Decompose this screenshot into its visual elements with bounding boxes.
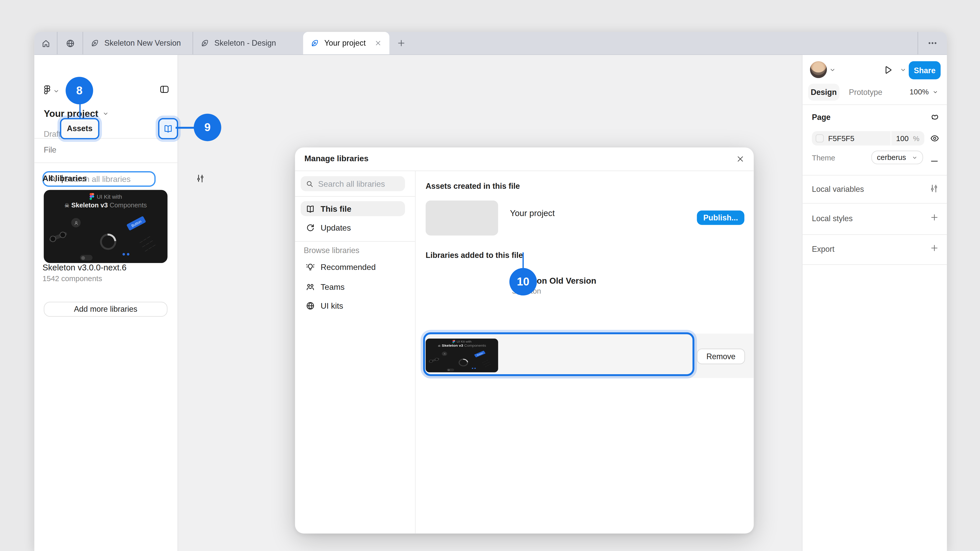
new-tab-button[interactable] xyxy=(390,32,413,54)
divider xyxy=(295,241,415,241)
tab-file[interactable]: File xyxy=(44,146,56,154)
add-more-libraries-button[interactable]: Add more libraries xyxy=(44,302,167,317)
card-toggle-shape xyxy=(80,255,92,260)
right-sidebar: Share Design Prototype 100% Page xyxy=(802,55,947,551)
plus-icon xyxy=(930,244,939,252)
card-text-lines: — — —— — —— — — xyxy=(138,232,161,254)
modal-close-button[interactable] xyxy=(735,154,746,164)
share-button[interactable]: Share xyxy=(909,61,941,79)
page-styles-button[interactable] xyxy=(930,112,939,121)
theme-value: cerberus xyxy=(877,153,906,162)
divider xyxy=(35,162,178,163)
app-window: Skeleton New Version Skeleton - Design Y… xyxy=(35,32,947,551)
panel-toggle-icon xyxy=(159,84,169,94)
percent-sign: % xyxy=(913,135,919,142)
visibility-button[interactable] xyxy=(930,134,939,143)
libraries-section-title: Libraries added to this file xyxy=(426,251,523,260)
toggle-sidebar-button[interactable] xyxy=(159,84,169,94)
sliders-icon xyxy=(929,184,939,193)
library-card-thumbnail[interactable]: UI Kit with ☠Skeleton v3 Components Butt… xyxy=(44,190,167,263)
theme-select[interactable]: cerberus xyxy=(871,151,923,164)
file-title: Your project xyxy=(44,108,98,119)
figma-logo-icon xyxy=(43,85,52,94)
close-tab-icon[interactable] xyxy=(374,39,382,47)
divider xyxy=(802,175,947,176)
figma-color-logo-icon xyxy=(89,193,94,200)
library-name[interactable]: Skeleton v3.0.0-next.6 xyxy=(43,263,127,272)
avatar[interactable] xyxy=(810,61,827,78)
window-more-button[interactable] xyxy=(918,32,947,54)
add-style-button[interactable] xyxy=(930,213,939,222)
eye-icon xyxy=(930,134,939,143)
page-color-row[interactable]: F5F5F5 100 % xyxy=(812,131,924,145)
canvas-area: Your project Drafts File Assets xyxy=(35,55,947,551)
tab-prototype[interactable]: Prototype xyxy=(845,84,886,100)
nav-updates[interactable]: Updates xyxy=(301,220,405,235)
nav-ui-kits-label: UI kits xyxy=(321,301,343,310)
teams-icon xyxy=(306,282,315,292)
remove-button[interactable]: Remove xyxy=(697,349,745,364)
tab-skeleton-new-version[interactable]: Skeleton New Version xyxy=(83,32,192,54)
tab-design[interactable]: Design xyxy=(808,84,839,100)
present-button[interactable] xyxy=(883,65,893,75)
figma-color-logo-icon xyxy=(452,340,455,343)
share-label: Share xyxy=(914,66,935,75)
tab-design-label: Design xyxy=(811,88,837,97)
remove-label: Remove xyxy=(706,352,735,361)
tab-skeleton-design[interactable]: Skeleton - Design xyxy=(193,32,303,54)
zoom-menu[interactable]: 100% xyxy=(910,87,938,96)
libraries-button[interactable] xyxy=(158,118,178,139)
nav-teams-label: Teams xyxy=(321,282,345,292)
nav-teams[interactable]: Teams xyxy=(301,279,405,294)
filter-button[interactable] xyxy=(196,174,205,183)
file-nib-icon xyxy=(91,39,99,48)
chevron-down-icon xyxy=(103,110,109,116)
sliders-icon xyxy=(196,174,205,183)
tab-your-project[interactable]: Your project xyxy=(303,32,390,54)
nav-this-file[interactable]: This file xyxy=(301,201,405,216)
publish-button[interactable]: Publish... xyxy=(697,210,745,225)
divider xyxy=(802,203,947,203)
globe-icon xyxy=(65,38,75,48)
chevron-down-icon xyxy=(932,89,938,95)
figma-menu-button[interactable] xyxy=(43,85,52,94)
card-button-shape: Button xyxy=(126,216,146,230)
file-title-row[interactable]: Your project xyxy=(44,108,109,119)
modal-left-panel: Search all libraries This file Updates B… xyxy=(295,171,416,534)
figma-app: Skeleton New Version Skeleton - Design Y… xyxy=(0,0,980,551)
nav-ui-kits[interactable]: UI kits xyxy=(301,298,405,313)
theme-label: Theme xyxy=(812,154,835,162)
color-swatch[interactable] xyxy=(816,135,824,143)
minus-icon xyxy=(930,157,939,165)
ellipsis-icon xyxy=(928,38,937,48)
modal-search[interactable]: Search all libraries xyxy=(301,176,405,191)
open-variables-button[interactable] xyxy=(929,184,939,193)
home-button[interactable] xyxy=(35,32,57,54)
skull-icon: ☠ xyxy=(64,202,69,208)
community-button[interactable] xyxy=(57,32,83,54)
color-opacity[interactable]: 100 xyxy=(896,134,908,143)
project-thumbnail-placeholder xyxy=(426,200,498,235)
book-icon xyxy=(306,204,315,213)
chevron-down-icon[interactable] xyxy=(829,67,835,73)
file-nib-icon xyxy=(310,39,319,48)
tab-label: Skeleton - Design xyxy=(215,39,276,48)
add-export-button[interactable] xyxy=(930,244,939,252)
library-component-count: 1542 components xyxy=(43,274,102,283)
card-slider-shape xyxy=(49,232,68,242)
nav-recommended[interactable]: Recommended xyxy=(301,259,405,274)
remove-theme-button[interactable] xyxy=(930,157,939,165)
nav-this-file-label: This file xyxy=(321,204,351,213)
globe-icon xyxy=(306,301,315,310)
local-variables-label: Local variables xyxy=(812,185,864,194)
manage-libraries-modal: Manage libraries Search all libraries Th… xyxy=(295,148,754,534)
browse-libraries-label: Browse libraries xyxy=(304,246,360,255)
chevron-down-icon[interactable] xyxy=(900,67,906,73)
tab-assets[interactable]: Assets xyxy=(60,118,99,139)
zoom-level: 100% xyxy=(910,87,929,96)
library-card-art: UI Kit with ☠Skeleton v3 Components Butt… xyxy=(44,190,167,263)
divider xyxy=(802,234,947,235)
color-hex[interactable]: F5F5F5 xyxy=(828,134,854,143)
chevron-down-icon[interactable] xyxy=(53,88,59,94)
tab-prototype-label: Prototype xyxy=(849,88,882,97)
